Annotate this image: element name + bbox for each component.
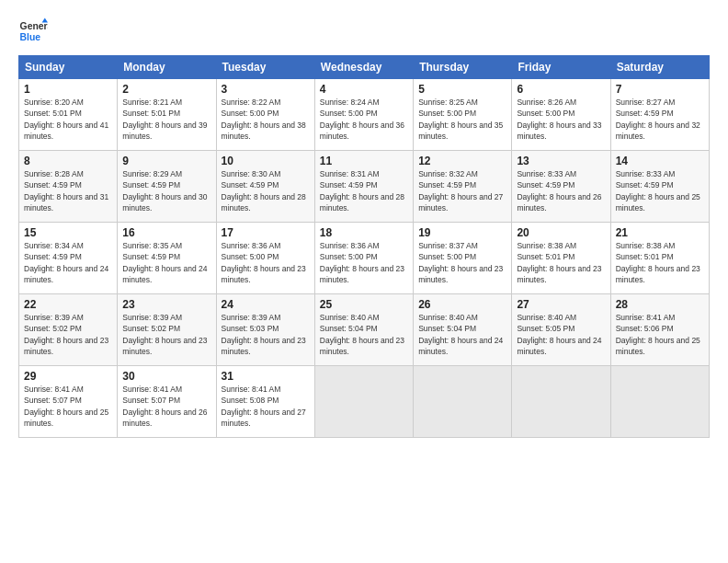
calendar-cell: 3 Sunrise: 8:22 AMSunset: 5:00 PMDayligh…: [216, 79, 314, 151]
cell-details: Sunrise: 8:32 AMSunset: 4:59 PMDaylight:…: [418, 169, 503, 213]
calendar-table: SundayMondayTuesdayWednesdayThursdayFrid…: [18, 55, 710, 438]
cell-details: Sunrise: 8:33 AMSunset: 4:59 PMDaylight:…: [517, 169, 601, 213]
logo: General Blue: [18, 17, 53, 46]
calendar-cell: 26 Sunrise: 8:40 AMSunset: 5:04 PMDaylig…: [414, 294, 512, 366]
col-header-monday: Monday: [118, 56, 216, 79]
col-header-friday: Friday: [512, 56, 610, 79]
calendar-cell: 16 Sunrise: 8:35 AMSunset: 4:59 PMDaylig…: [118, 223, 216, 294]
calendar-cell: 4 Sunrise: 8:24 AMSunset: 5:00 PMDayligh…: [314, 79, 413, 151]
svg-text:General: General: [20, 21, 48, 31]
cell-details: Sunrise: 8:36 AMSunset: 5:00 PMDaylight:…: [320, 241, 404, 284]
calendar-cell: [512, 366, 610, 438]
cell-details: Sunrise: 8:39 AMSunset: 5:03 PMDaylight:…: [222, 313, 306, 356]
day-number: 1: [24, 83, 112, 96]
calendar-cell: 7 Sunrise: 8:27 AMSunset: 4:59 PMDayligh…: [610, 79, 709, 151]
calendar-cell: [610, 366, 709, 438]
calendar-cell: 29 Sunrise: 8:41 AMSunset: 5:07 PMDaylig…: [19, 366, 118, 438]
cell-details: Sunrise: 8:28 AMSunset: 4:59 PMDaylight:…: [24, 169, 108, 213]
col-header-sunday: Sunday: [19, 56, 118, 79]
cell-details: Sunrise: 8:40 AMSunset: 5:05 PMDaylight:…: [517, 313, 601, 356]
calendar-cell: 5 Sunrise: 8:25 AMSunset: 5:00 PMDayligh…: [414, 79, 512, 151]
cell-details: Sunrise: 8:41 AMSunset: 5:06 PMDaylight:…: [616, 313, 700, 356]
day-number: 16: [122, 226, 210, 239]
day-number: 8: [24, 155, 112, 167]
cell-details: Sunrise: 8:24 AMSunset: 5:00 PMDaylight:…: [320, 98, 404, 141]
calendar-cell: 22 Sunrise: 8:39 AMSunset: 5:02 PMDaylig…: [19, 294, 118, 366]
day-number: 20: [517, 226, 605, 239]
calendar-cell: 25 Sunrise: 8:40 AMSunset: 5:04 PMDaylig…: [314, 294, 413, 366]
day-number: 5: [418, 83, 506, 96]
cell-details: Sunrise: 8:31 AMSunset: 4:59 PMDaylight:…: [320, 169, 404, 213]
cell-details: Sunrise: 8:35 AMSunset: 4:59 PMDaylight:…: [122, 241, 207, 284]
day-number: 19: [418, 226, 506, 239]
day-number: 4: [320, 83, 408, 96]
cell-details: Sunrise: 8:41 AMSunset: 5:07 PMDaylight:…: [122, 385, 207, 428]
calendar-cell: 1 Sunrise: 8:20 AMSunset: 5:01 PMDayligh…: [19, 79, 118, 151]
day-number: 28: [616, 298, 704, 311]
col-header-wednesday: Wednesday: [314, 56, 413, 79]
day-number: 18: [320, 226, 408, 239]
calendar-cell: 18 Sunrise: 8:36 AMSunset: 5:00 PMDaylig…: [314, 223, 413, 294]
calendar-cell: 20 Sunrise: 8:38 AMSunset: 5:01 PMDaylig…: [512, 223, 610, 294]
calendar-page: General Blue SundayMondayTuesdayWednesda…: [0, 0, 728, 563]
day-number: 21: [616, 226, 704, 239]
cell-details: Sunrise: 8:20 AMSunset: 5:01 PMDaylight:…: [24, 98, 108, 141]
cell-details: Sunrise: 8:34 AMSunset: 4:59 PMDaylight:…: [24, 241, 108, 284]
cell-details: Sunrise: 8:41 AMSunset: 5:08 PMDaylight:…: [222, 385, 306, 428]
col-header-tuesday: Tuesday: [216, 56, 314, 79]
cell-details: Sunrise: 8:38 AMSunset: 5:01 PMDaylight:…: [517, 241, 601, 284]
calendar-cell: [414, 366, 512, 438]
day-number: 2: [122, 83, 210, 96]
cell-details: Sunrise: 8:39 AMSunset: 5:02 PMDaylight:…: [24, 313, 108, 356]
cell-details: Sunrise: 8:33 AMSunset: 4:59 PMDaylight:…: [616, 169, 700, 213]
calendar-cell: 13 Sunrise: 8:33 AMSunset: 4:59 PMDaylig…: [512, 151, 610, 223]
calendar-cell: 2 Sunrise: 8:21 AMSunset: 5:01 PMDayligh…: [118, 79, 216, 151]
calendar-cell: 30 Sunrise: 8:41 AMSunset: 5:07 PMDaylig…: [118, 366, 216, 438]
day-number: 30: [122, 370, 210, 383]
week-row-1: 1 Sunrise: 8:20 AMSunset: 5:01 PMDayligh…: [19, 79, 710, 151]
calendar-cell: 15 Sunrise: 8:34 AMSunset: 4:59 PMDaylig…: [19, 223, 118, 294]
calendar-cell: 14 Sunrise: 8:33 AMSunset: 4:59 PMDaylig…: [610, 151, 709, 223]
day-number: 11: [320, 155, 408, 167]
week-row-2: 8 Sunrise: 8:28 AMSunset: 4:59 PMDayligh…: [19, 151, 710, 223]
cell-details: Sunrise: 8:30 AMSunset: 4:59 PMDaylight:…: [222, 169, 306, 213]
cell-details: Sunrise: 8:40 AMSunset: 5:04 PMDaylight:…: [418, 313, 503, 356]
week-row-4: 22 Sunrise: 8:39 AMSunset: 5:02 PMDaylig…: [19, 294, 710, 366]
calendar-cell: 24 Sunrise: 8:39 AMSunset: 5:03 PMDaylig…: [216, 294, 314, 366]
calendar-cell: 10 Sunrise: 8:30 AMSunset: 4:59 PMDaylig…: [216, 151, 314, 223]
cell-details: Sunrise: 8:29 AMSunset: 4:59 PMDaylight:…: [122, 169, 207, 213]
day-number: 17: [222, 226, 310, 239]
logo-icon: General Blue: [18, 17, 48, 46]
header: General Blue: [18, 17, 710, 46]
day-number: 24: [222, 298, 310, 311]
calendar-cell: 21 Sunrise: 8:38 AMSunset: 5:01 PMDaylig…: [610, 223, 709, 294]
cell-details: Sunrise: 8:21 AMSunset: 5:01 PMDaylight:…: [122, 98, 207, 141]
calendar-body: 1 Sunrise: 8:20 AMSunset: 5:01 PMDayligh…: [19, 79, 710, 438]
cell-details: Sunrise: 8:38 AMSunset: 5:01 PMDaylight:…: [616, 241, 700, 284]
day-number: 14: [616, 155, 704, 167]
calendar-cell: 28 Sunrise: 8:41 AMSunset: 5:06 PMDaylig…: [610, 294, 709, 366]
day-number: 7: [616, 83, 704, 96]
svg-text:Blue: Blue: [20, 32, 41, 42]
calendar-cell: 17 Sunrise: 8:36 AMSunset: 5:00 PMDaylig…: [216, 223, 314, 294]
cell-details: Sunrise: 8:40 AMSunset: 5:04 PMDaylight:…: [320, 313, 404, 356]
day-number: 10: [222, 155, 310, 167]
col-header-thursday: Thursday: [414, 56, 512, 79]
calendar-cell: 12 Sunrise: 8:32 AMSunset: 4:59 PMDaylig…: [414, 151, 512, 223]
day-number: 26: [418, 298, 506, 311]
day-number: 25: [320, 298, 408, 311]
cell-details: Sunrise: 8:37 AMSunset: 5:00 PMDaylight:…: [418, 241, 503, 284]
day-number: 15: [24, 226, 112, 239]
calendar-cell: 31 Sunrise: 8:41 AMSunset: 5:08 PMDaylig…: [216, 366, 314, 438]
day-number: 29: [24, 370, 112, 383]
col-header-saturday: Saturday: [610, 56, 709, 79]
calendar-cell: [314, 366, 413, 438]
calendar-cell: 19 Sunrise: 8:37 AMSunset: 5:00 PMDaylig…: [414, 223, 512, 294]
day-number: 12: [418, 155, 506, 167]
cell-details: Sunrise: 8:36 AMSunset: 5:00 PMDaylight:…: [222, 241, 306, 284]
day-number: 22: [24, 298, 112, 311]
cell-details: Sunrise: 8:41 AMSunset: 5:07 PMDaylight:…: [24, 385, 108, 428]
day-number: 9: [122, 155, 210, 167]
day-number: 23: [122, 298, 210, 311]
calendar-cell: 23 Sunrise: 8:39 AMSunset: 5:02 PMDaylig…: [118, 294, 216, 366]
